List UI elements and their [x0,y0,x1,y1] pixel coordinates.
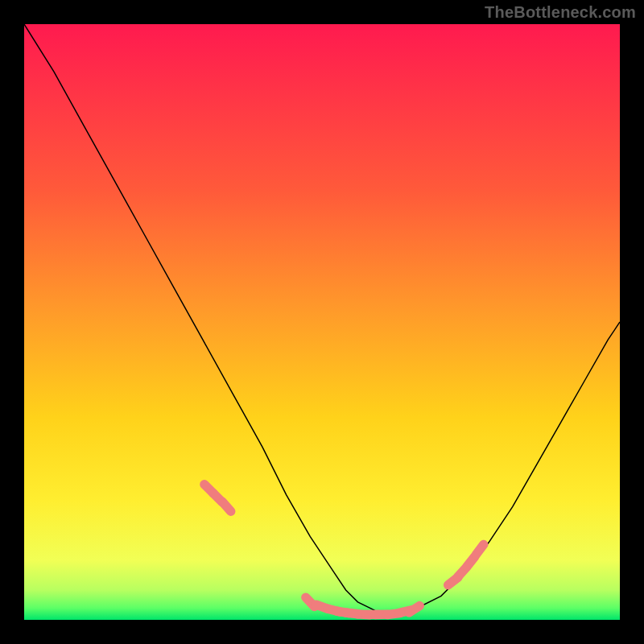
gradient-background [24,24,620,620]
chart-frame: TheBottleneck.com [0,0,644,644]
highlight-dot [409,605,419,612]
highlight-dot [222,502,230,512]
highlight-dot [476,544,483,554]
plot-svg [24,24,620,620]
plot-area [24,24,620,620]
source-watermark: TheBottleneck.com [485,3,636,22]
